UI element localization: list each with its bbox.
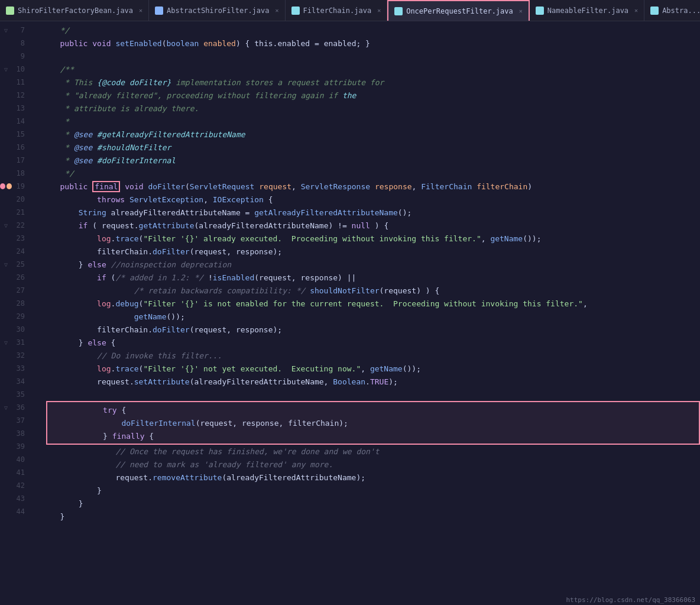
code-plain-27c: (request) ) { [380,286,440,295]
gutter-icon-10: ▽ [0,66,12,73]
code-javadoc-14: * [46,117,69,126]
tab-filter-chain[interactable]: FilterChain.java ✕ [286,0,388,21]
code-plain-41b: (alreadyFilteredAttributeName); [222,473,365,482]
code-plain-27b [305,286,310,295]
code-paren-33a: ( [139,364,144,373]
code-paren-23a: ( [139,234,144,243]
tab-icon-3 [291,7,300,15]
code-kw-19b: final [92,181,120,192]
tab-close-1[interactable]: ✕ [139,7,142,14]
code-plain-33b: ()); [403,364,421,373]
code-fn-28: debug [115,299,138,308]
code-type-20a: ServletException [129,195,203,204]
code-type-34: Boolean [333,377,365,386]
code-line-31: } else { [41,336,700,349]
code-kw-8a: public [46,39,92,48]
code-comment-26: /* added in 1.2: */ [115,273,203,282]
line-num-19: 19 [12,182,30,190]
tab-once-per-request-filter[interactable]: OncePerRequestFilter.java ✕ [387,0,530,21]
code-line-7: */ [41,24,700,37]
code-plain-38a: } [52,432,112,441]
status-url: https://blog.csdn.net/qq_38366063 [566,596,695,604]
gutter-icon-25: ▽ [0,261,12,268]
code-fn-23b: getName [490,234,523,243]
gutter-line-25: ▽ 25 [0,258,41,271]
code-comma-19b: , [412,182,422,191]
line-num-13: 13 [12,104,30,112]
code-line-27: /* retain backwards compatibility: */ sh… [41,284,700,297]
code-javadoc-13: * attribute is already there. [46,104,199,113]
tab-label-5: NameableFilter.java [547,7,628,15]
code-plain-37a [52,419,121,428]
code-plain-26a: ( [111,273,116,282]
gutter-line-19: 19 [0,180,41,193]
code-line-11: * This {@code doFilter} implementation s… [41,76,700,89]
line-num-31: 31 [12,338,30,347]
line-num-38: 38 [12,429,30,438]
line-num-37: 37 [12,416,30,425]
tab-shiro-filter-factory-bean[interactable]: ShiroFilterFactoryBean.java ✕ [0,0,149,21]
code-line-22: if ( request.getAttribute(alreadyFiltere… [41,219,700,232]
tab-close-5[interactable]: ✕ [634,7,638,14]
line-num-40: 40 [12,455,30,464]
code-line-10: /** [41,63,700,76]
code-line-25: } else //noinspection deprecation [41,258,700,271]
code-javadoc-17a: * [46,156,74,165]
code-plain-36: { [117,406,127,415]
code-plain-28: , [583,299,588,308]
line-num-29: 29 [12,312,30,321]
code-line-19: public final void doFilter(ServletReques… [41,180,700,193]
line-num-22: 22 [12,221,30,229]
code-dot-23: . [111,234,116,243]
line-num-33: 33 [12,364,30,373]
gutter-line-37: 37 [0,414,41,427]
tab-icon-2 [155,7,163,15]
code-ref-16: #shouldNotFilter [97,143,171,152]
code-brace-20: { [264,195,273,204]
code-line-30: filterChain.doFilter(request, response); [41,323,700,336]
line-num-16: 16 [12,143,30,151]
code-str-33: "Filter '{}' not yet executed. Executing… [143,364,361,373]
code-kw-20a: throws [46,195,129,204]
gutter-line-42: 42 [0,479,41,492]
tab-close-2[interactable]: ✕ [276,7,279,14]
code-line-38: } finally { [47,429,699,442]
code-content[interactable]: */ public void setEnabled(boolean enable… [41,21,700,605]
gutter-line-22: ▽ 22 [0,219,41,232]
code-plain-8a: ( [162,39,167,48]
tab-close-3[interactable]: ✕ [377,7,381,14]
code-plain-34b: (alreadyFilteredAttributeName, [190,377,333,386]
code-dot-34: . [365,377,370,386]
code-javadoc-11a: * This [46,78,97,87]
gutter-icon-36: ▽ [0,405,12,411]
code-line-24: filterChain.doFilter(request, response); [41,245,700,258]
code-plain-26c: (request, response) || [254,273,356,282]
gutter-line-17: 17 [0,154,41,167]
code-plain-22c: ) { [370,221,388,230]
code-comma-20: , [203,195,213,204]
code-fn-33: trace [115,364,138,373]
tab-abstract[interactable]: Abstra... [644,0,700,21]
code-plain-38b: { [145,432,154,441]
code-fn-41: removeAttribute [153,473,222,482]
code-line-44: } [41,510,700,523]
gutter-line-32: 32 [0,349,41,362]
tab-nameable-filter[interactable]: NameableFilter.java ✕ [530,0,644,21]
code-plain-30a: filterChain. [46,325,153,334]
gutter-line-15: 15 [0,128,41,141]
gutter: ▽ 7 8 9 ▽ 10 11 12 13 [0,21,41,605]
gutter-line-9: 9 [0,50,41,63]
code-true-34: TRUE [370,377,388,386]
line-num-24: 24 [12,247,30,255]
code-plain-41a: request. [46,473,153,482]
code-tag-16: @see [74,143,92,152]
line-num-35: 35 [12,390,30,399]
code-plain-24a: filterChain. [46,247,153,256]
code-javadoc-16b [92,143,97,152]
code-comment-27: /* retain backwards compatibility: */ [134,286,306,295]
tab-abstract-shiro-filter[interactable]: AbstractShiroFilter.java ✕ [149,0,285,21]
tab-icon-1 [6,7,14,15]
line-num-26: 26 [12,273,30,282]
code-paren-28: ( [139,299,144,308]
tab-close-4[interactable]: ✕ [519,8,523,14]
